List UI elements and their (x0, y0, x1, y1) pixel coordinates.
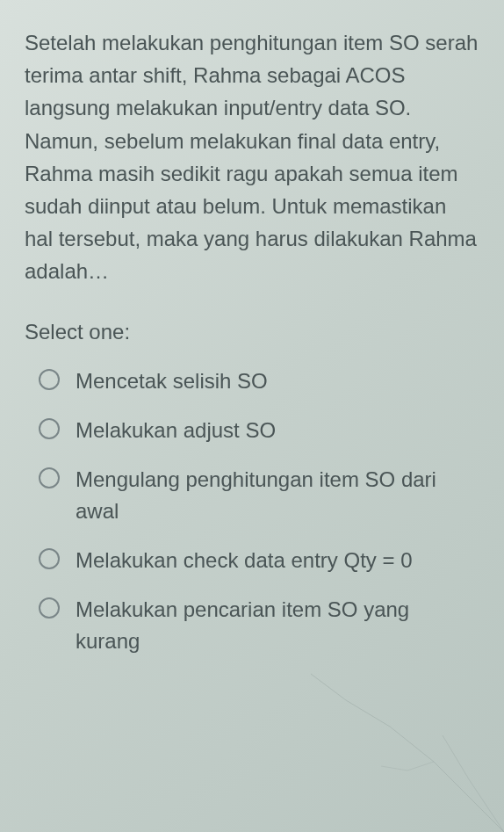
option-label: Melakukan pencarian item SO yang kurang (76, 594, 479, 657)
option-label: Mengulang penghitungan item SO dari awal (76, 464, 479, 527)
radio-icon (39, 467, 60, 488)
option-label: Mencetak selisih SO (76, 365, 268, 397)
radio-icon (39, 597, 60, 619)
screen-crack-decoration (258, 639, 504, 832)
option-5[interactable]: Melakukan pencarian item SO yang kurang (25, 594, 479, 657)
select-one-label: Select one: (25, 320, 479, 344)
option-3[interactable]: Mengulang penghitungan item SO dari awal (25, 464, 479, 527)
radio-icon (39, 548, 60, 569)
options-list: Mencetak selisih SO Melakukan adjust SO … (25, 365, 479, 657)
option-1[interactable]: Mencetak selisih SO (25, 365, 479, 397)
option-label: Melakukan adjust SO (76, 415, 276, 446)
radio-icon (39, 369, 60, 390)
option-label: Melakukan check data entry Qty = 0 (76, 545, 413, 576)
option-2[interactable]: Melakukan adjust SO (25, 415, 479, 446)
radio-icon (39, 418, 60, 439)
option-4[interactable]: Melakukan check data entry Qty = 0 (25, 545, 479, 576)
question-text: Setelah melakukan penghitungan item SO s… (25, 26, 479, 288)
